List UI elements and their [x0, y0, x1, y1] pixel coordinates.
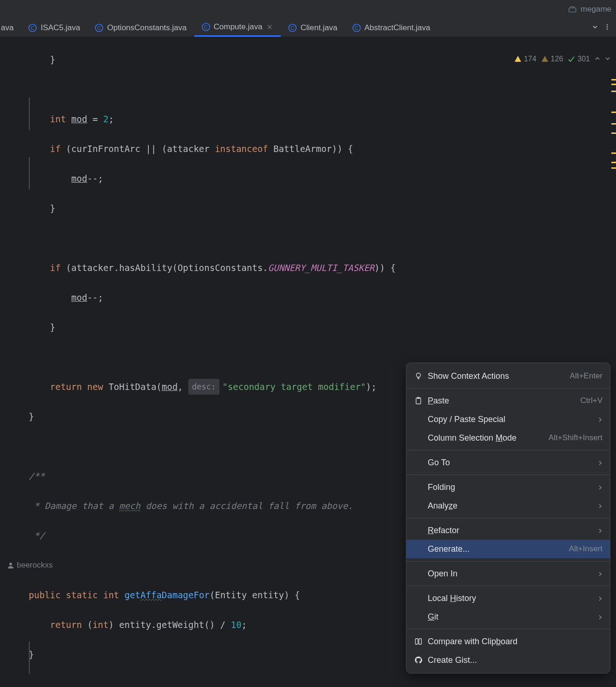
- menu-separator: [406, 388, 610, 389]
- warning-marker[interactable]: [611, 167, 616, 169]
- svg-point-13: [607, 28, 608, 30]
- chevron-right-icon: [598, 594, 603, 603]
- svg-rect-0: [569, 8, 576, 12]
- bulb-icon: [414, 371, 423, 381]
- close-icon[interactable]: [266, 23, 273, 31]
- menu-open-in[interactable]: Open In: [406, 564, 610, 583]
- warning-marker[interactable]: [611, 79, 616, 80]
- typo-count[interactable]: 301: [568, 55, 590, 63]
- svg-rect-18: [416, 398, 421, 404]
- svg-rect-20: [416, 639, 418, 644]
- tab-partial[interactable]: ava: [0, 19, 21, 37]
- menu-separator: [406, 629, 610, 629]
- svg-point-14: [9, 563, 12, 566]
- svg-text:C: C: [97, 25, 101, 31]
- svg-point-17: [417, 373, 421, 377]
- svg-text:C: C: [355, 25, 358, 31]
- chevron-down-icon[interactable]: [605, 55, 610, 63]
- menu-compare-clipboard[interactable]: Compare with Clipboard: [406, 632, 610, 651]
- menu-separator: [406, 450, 610, 450]
- inspection-widget[interactable]: 174 126 301: [514, 55, 610, 63]
- menu-generate[interactable]: Generate... Alt+Insert: [406, 540, 610, 558]
- svg-text:C: C: [291, 25, 294, 31]
- menu-go-to[interactable]: Go To: [406, 453, 610, 472]
- tab-compute[interactable]: C Compute.java: [194, 19, 281, 37]
- chevron-right-icon: [598, 526, 603, 535]
- svg-rect-21: [419, 639, 422, 644]
- error-stripe[interactable]: [610, 37, 616, 687]
- github-icon: [414, 655, 423, 665]
- menu-paste[interactable]: Paste Ctrl+V: [406, 391, 610, 410]
- chevron-up-icon[interactable]: [595, 55, 600, 63]
- warning-marker[interactable]: [611, 84, 616, 85]
- tab-client[interactable]: C Client.java: [281, 19, 344, 37]
- menu-git[interactable]: Git: [406, 608, 610, 626]
- chevron-right-icon: [598, 458, 603, 468]
- chevron-down-icon[interactable]: [592, 24, 598, 32]
- warning-marker[interactable]: [611, 91, 616, 92]
- menu-folding[interactable]: Folding: [406, 478, 610, 496]
- chevron-right-icon: [598, 501, 603, 511]
- chevron-right-icon: [598, 415, 603, 424]
- java-class-icon: C: [288, 24, 297, 32]
- indent-guide: [29, 98, 30, 130]
- menu-column-selection-mode[interactable]: Column Selection Mode Alt+Shift+Insert: [406, 429, 610, 447]
- warnings-count-2[interactable]: 126: [541, 55, 563, 63]
- project-icon: [569, 6, 577, 13]
- java-class-icon: C: [28, 24, 37, 32]
- tabs-controls: [592, 19, 616, 37]
- warning-icon: [541, 55, 549, 63]
- user-icon: [7, 562, 14, 568]
- java-class-icon: C: [352, 24, 361, 32]
- menu-show-context-actions[interactable]: Show Context Actions Alt+Enter: [406, 367, 610, 385]
- tab-abstractclient[interactable]: C AbstractClient.java: [345, 19, 438, 37]
- diff-icon: [414, 637, 423, 646]
- editor-tabs: ava C ISAC5.java C OptionsConstants.java…: [0, 19, 616, 37]
- menu-separator: [406, 518, 610, 518]
- warning-marker[interactable]: [611, 112, 616, 113]
- title-bar: megame: [0, 0, 616, 19]
- warning-marker[interactable]: [611, 152, 616, 154]
- menu-create-gist[interactable]: Create Gist...: [406, 651, 610, 669]
- svg-point-11: [607, 24, 608, 26]
- param-hint: desc:: [188, 379, 219, 395]
- warning-marker[interactable]: [611, 123, 616, 125]
- warning-icon: [514, 55, 522, 63]
- typo-check-icon: [568, 55, 575, 63]
- menu-separator: [406, 561, 610, 561]
- menu-analyze[interactable]: Analyze: [406, 496, 610, 515]
- menu-refactor[interactable]: Refactor: [406, 521, 610, 540]
- tab-isac5[interactable]: C ISAC5.java: [21, 19, 87, 37]
- svg-text:C: C: [31, 25, 34, 31]
- indent-guide: [29, 157, 30, 190]
- project-name: megame: [581, 5, 611, 14]
- menu-copy-paste-special[interactable]: Copy / Paste Special: [406, 410, 610, 429]
- chevron-right-icon: [598, 612, 603, 622]
- context-menu: Show Context Actions Alt+Enter Paste Ctr…: [406, 363, 610, 674]
- tab-optionsconstants[interactable]: C OptionsConstants.java: [87, 19, 194, 37]
- more-vertical-icon[interactable]: [604, 24, 610, 32]
- warnings-count-1[interactable]: 174: [514, 55, 537, 63]
- svg-point-12: [607, 26, 608, 27]
- menu-separator: [406, 586, 610, 586]
- java-class-icon: C: [202, 23, 210, 31]
- clipboard-icon: [414, 396, 423, 405]
- java-class-icon: C: [95, 24, 103, 32]
- svg-text:C: C: [204, 24, 208, 30]
- chevron-right-icon: [598, 482, 603, 492]
- indent-guide: [29, 641, 30, 674]
- menu-local-history[interactable]: Local History: [406, 589, 610, 608]
- warning-marker[interactable]: [611, 162, 616, 163]
- menu-separator: [406, 475, 610, 475]
- warning-marker[interactable]: [611, 132, 616, 134]
- chevron-right-icon: [598, 569, 603, 579]
